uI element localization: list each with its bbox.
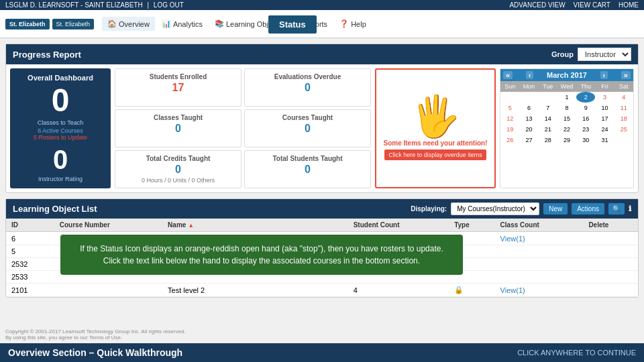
stat-evaluations-overdue: Evaluations Overdue 0 [244, 68, 371, 107]
group-label: Group [551, 50, 574, 58]
cal-day-empty [500, 92, 519, 103]
cell-class-count-4: View(1) [495, 284, 584, 297]
status-tooltip[interactable]: Status [268, 15, 317, 34]
stop-hand-icon: 🖐 [411, 97, 461, 137]
cell-student-count-4: 4 [348, 284, 449, 297]
display-selector[interactable]: My Courses(Instructor) [451, 202, 539, 215]
progress-report-header: Progress Report Group Instructor [6, 44, 638, 64]
cal-day-21[interactable]: 21 [539, 124, 557, 135]
cal-day-15[interactable]: 15 [557, 113, 576, 124]
col-class-count: Class Count [495, 219, 584, 232]
table-row: 2101 Test level 2 4 🔒 View(1) [6, 284, 638, 297]
analytics-icon: 📊 [162, 19, 171, 28]
cal-day-5[interactable]: 5 [500, 103, 519, 113]
od-rating-label: Instructor Rating [15, 176, 105, 182]
actions-button[interactable]: Actions [572, 203, 604, 215]
od-active-courses: 6 Active Courses [15, 127, 105, 134]
cal-day-18[interactable]: 18 [614, 113, 633, 124]
cal-day-11[interactable]: 11 [614, 103, 633, 113]
tooltip-overlay: If the Status Icon displays an orange-re… [60, 235, 463, 275]
cell-delete-1 [583, 245, 638, 258]
cell-course-number-4 [54, 284, 162, 297]
cal-day-23[interactable]: 23 [576, 124, 595, 135]
cell-class-count-2 [495, 258, 584, 271]
cal-days-header: Sun Mon Tue Wed Thu Fri Sat [500, 81, 633, 92]
col-id: ID [6, 219, 54, 232]
cal-day-3[interactable]: 3 [595, 92, 614, 103]
cal-prev-btn[interactable]: ‹ [526, 71, 534, 79]
cal-day-mon: Mon [519, 82, 538, 90]
cal-day-9[interactable]: 9 [576, 103, 595, 113]
new-button[interactable]: New [543, 203, 568, 215]
cal-day-25[interactable]: 25 [614, 124, 633, 135]
logout-link[interactable]: LOG OUT [154, 1, 184, 9]
stat-label-4: Total Credits Taught [121, 155, 235, 162]
cal-day-13[interactable]: 13 [519, 113, 538, 124]
group-selector: Group Instructor [551, 48, 631, 61]
cal-day-6[interactable]: 6 [519, 103, 538, 113]
stats-grid: Students Enrolled 17 Evaluations Overdue… [115, 68, 371, 188]
cal-day-2[interactable]: 2 [576, 92, 595, 103]
status-link[interactable]: Click here to display overdue items [384, 149, 486, 160]
stat-label-1: Evaluations Overdue [250, 73, 365, 80]
cell-delete-4 [583, 284, 638, 297]
view-link-4[interactable]: View(1) [500, 286, 525, 294]
learning-icon: 📚 [215, 19, 224, 28]
cal-day-fri: Fri [595, 82, 614, 90]
cell-name-4: Test level 2 [162, 284, 348, 297]
cal-day-4[interactable]: 4 [614, 92, 633, 103]
col-student-count: Student Count [348, 219, 449, 232]
dashboard-content: Overall Dashboard 0 Classes to Teach 6 A… [6, 64, 638, 192]
cal-prev-prev-btn[interactable]: « [503, 71, 513, 79]
cal-day-12[interactable]: 12 [500, 113, 519, 124]
home-icon: 🏠 [107, 19, 117, 28]
cal-next-btn[interactable]: › [600, 71, 608, 79]
cal-day-29[interactable]: 29 [557, 135, 576, 145]
cal-day-27[interactable]: 27 [519, 135, 538, 145]
od-students-number: 0 [15, 84, 105, 117]
cal-day-7[interactable]: 7 [539, 103, 557, 113]
view-link-0[interactable]: View(1) [500, 235, 525, 243]
group-select[interactable]: Instructor [578, 48, 631, 61]
logo-1: St. Elizabeth [5, 19, 50, 29]
cal-day-24[interactable]: 24 [595, 124, 614, 135]
cal-day-8[interactable]: 8 [557, 103, 576, 113]
cal-day-17[interactable]: 17 [595, 113, 614, 124]
cal-day-10[interactable]: 10 [595, 103, 614, 113]
nav-item-help[interactable]: ❓ Help [334, 17, 372, 31]
list-info-icon: ℹ [629, 204, 631, 213]
nav-label-analytics: Analytics [173, 20, 203, 28]
od-rosters-update: 5 Rosters to Update [15, 134, 105, 141]
cal-day-14[interactable]: 14 [539, 113, 557, 124]
od-title: Overall Dashboard [15, 74, 105, 82]
cell-id-2: 2532 [6, 258, 54, 271]
cal-header: « ‹ March 2017 › » [500, 69, 633, 81]
cal-day-28[interactable]: 28 [539, 135, 557, 145]
cal-day-19[interactable]: 19 [500, 124, 519, 135]
nav-label-help: Help [351, 20, 366, 28]
nav-item-analytics[interactable]: 📊 Analytics [156, 17, 208, 31]
logo-2: St. Elizabeth [52, 19, 95, 29]
cal-next-next-btn[interactable]: » [621, 71, 631, 79]
home-link[interactable]: HOME [619, 1, 639, 9]
nav-items: 🏠 Overview 📊 Analytics 📚 Learning Object… [102, 17, 372, 31]
col-delete: Delete [583, 219, 638, 232]
nav-item-overview[interactable]: 🏠 Overview [102, 17, 155, 31]
advanced-view-link[interactable]: ADVANCED VIEW [509, 1, 565, 9]
search-button[interactable]: 🔍 [608, 203, 625, 215]
cell-class-count-0: View(1) [495, 232, 584, 245]
cal-day-20[interactable]: 20 [519, 124, 538, 135]
cal-day-16[interactable]: 16 [576, 113, 595, 124]
cal-day-26[interactable]: 26 [500, 135, 519, 145]
view-cart-link[interactable]: VIEW CART [574, 1, 610, 9]
cal-day-31[interactable]: 31 [595, 135, 614, 145]
cal-day-22[interactable]: 22 [557, 124, 576, 135]
click-continue-label: CLICK ANYWHERE TO CONTINUE [517, 349, 636, 357]
stat-label-0: Students Enrolled [121, 73, 235, 80]
copyright-line1: Copyright © 2001-2017 Learnsoft Technolo… [5, 328, 186, 335]
cal-day-1[interactable]: 1 [557, 92, 576, 103]
list-controls: Displaying: My Courses(Instructor) New A… [411, 202, 631, 215]
stat-label-2: Classes Taught [121, 114, 235, 121]
bottom-bar[interactable]: Overview Section – Quick Walkthrough CLI… [0, 343, 644, 362]
cal-day-30[interactable]: 30 [576, 135, 595, 145]
